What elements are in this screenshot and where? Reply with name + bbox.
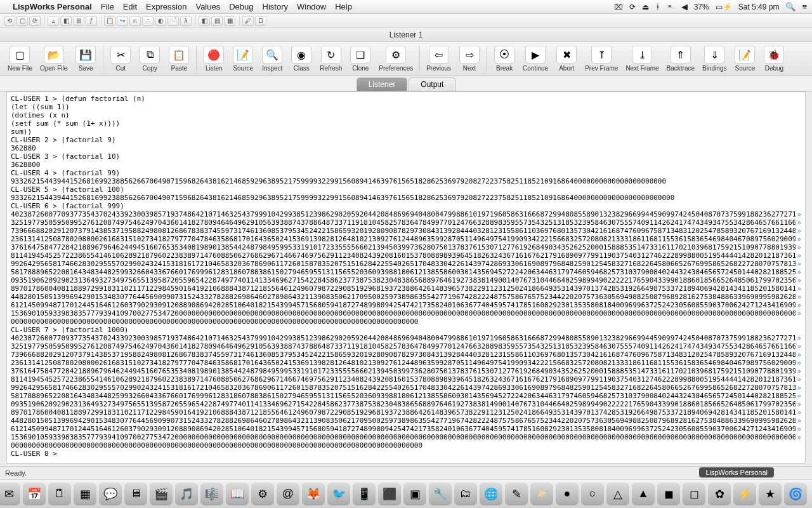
preferences-button[interactable]: ⚙Preferences: [375, 44, 417, 73]
sicon-9[interactable]: ↪: [117, 16, 128, 26]
dock-item-28[interactable]: ◼: [657, 483, 680, 505]
menu-file[interactable]: File: [101, 2, 114, 11]
notification-center-icon[interactable]: ≡: [802, 2, 807, 11]
refresh-button[interactable]: ↻Refresh: [316, 44, 346, 73]
dock-item-25[interactable]: ○: [581, 483, 604, 505]
next-button[interactable]: ⇨Next: [455, 44, 484, 73]
battery-icon[interactable]: ▭⚡: [716, 3, 732, 11]
continue-button[interactable]: ▶Continue: [519, 44, 552, 73]
dock-item-4[interactable]: 🗒: [48, 483, 71, 505]
dock-item-9[interactable]: 🎵: [175, 483, 198, 505]
battery-text[interactable]: 37%: [694, 3, 709, 11]
new-file-button[interactable]: ▢New File: [4, 44, 36, 73]
break-button[interactable]: ⦿Break: [490, 44, 519, 73]
spotlight-icon[interactable]: 🔍: [785, 2, 796, 11]
dock-item-6[interactable]: 💬: [99, 483, 122, 505]
sicon-1[interactable]: ⟲: [4, 16, 15, 26]
dock-item-12[interactable]: ⚙: [251, 483, 274, 505]
next-frame-button[interactable]: ⤓Next Frame: [622, 44, 662, 73]
wifi-icon[interactable]: ᯤ: [667, 2, 675, 11]
source-button[interactable]: 📝Source: [228, 44, 258, 73]
sicon-17[interactable]: ▦: [224, 16, 235, 26]
sicon-14[interactable]: λ: [180, 16, 192, 26]
sicon-11[interactable]: ∴: [142, 16, 154, 26]
class-label: Class: [294, 65, 310, 72]
dock-item-29[interactable]: ◻: [683, 483, 705, 505]
listener-text[interactable]: CL-USER 1 > (defun factorial (n) (let ((…: [7, 92, 805, 463]
backtrace-button[interactable]: ⇑Backtrace: [663, 44, 698, 73]
sicon-15[interactable]: ◧: [199, 16, 210, 26]
clone-button[interactable]: ❏Clone: [346, 44, 375, 73]
dock-item-16[interactable]: 📱: [353, 483, 376, 505]
dock-item-18[interactable]: ▣: [403, 483, 426, 505]
listener-line: CL-USER 8 >: [11, 450, 801, 458]
previous-button[interactable]: ⇦Previous: [422, 44, 455, 73]
dock-item-20[interactable]: 🗂: [454, 483, 477, 505]
listen-button[interactable]: 🔴Listen: [199, 44, 228, 73]
dock-item-17[interactable]: ⬛: [378, 483, 401, 505]
dock-item-15[interactable]: 🐦: [327, 483, 350, 505]
dock-item-31[interactable]: ⚡: [733, 483, 756, 505]
sicon-6[interactable]: ⊞: [73, 16, 84, 26]
sicon-13[interactable]: 📄: [167, 16, 179, 26]
dock-item-30[interactable]: ✿: [708, 483, 731, 505]
inspect-button[interactable]: 🔍Inspect: [258, 44, 287, 73]
sicon-2[interactable]: ▢: [16, 16, 28, 26]
source2-button[interactable]: 📝Source: [730, 44, 759, 73]
dock-item-7[interactable]: 🖥: [124, 483, 147, 505]
menu-debug[interactable]: Debug: [229, 2, 253, 11]
sicon-10[interactable]: ⎌: [129, 16, 141, 26]
dock-item-23[interactable]: 🪐: [530, 483, 553, 505]
dock-item-3[interactable]: 📅: [23, 483, 46, 505]
sicon-19[interactable]: 🗒: [255, 16, 266, 26]
menu-edit[interactable]: Edit: [123, 2, 137, 11]
sicon-8[interactable]: 📋: [104, 16, 115, 26]
sicon-3[interactable]: ⟳: [29, 16, 41, 26]
menu-expression[interactable]: Expression: [146, 2, 187, 11]
dock-item-2[interactable]: ✉: [0, 483, 20, 505]
sicon-5[interactable]: ◧: [60, 16, 72, 26]
dock-item-32[interactable]: ★: [759, 483, 782, 505]
menu-values[interactable]: Values: [195, 2, 220, 11]
dock-item-13[interactable]: @: [277, 483, 299, 505]
dock-item-8[interactable]: 🎬: [150, 483, 173, 505]
dock-item-33[interactable]: 🌀: [784, 483, 807, 505]
clock[interactable]: Sat 5:49 pm: [738, 3, 780, 11]
menu-history[interactable]: History: [263, 2, 288, 11]
copy-button[interactable]: ⧉Copy: [135, 44, 164, 73]
bindings-button[interactable]: ⇓Bindings: [698, 44, 730, 73]
bluetooth-icon[interactable]: ᚼ: [655, 2, 660, 11]
sicon-12[interactable]: ◐: [155, 16, 166, 26]
dock-item-11[interactable]: 📖: [226, 483, 249, 505]
dock-item-27[interactable]: ▲: [632, 483, 655, 505]
tab-output[interactable]: Output: [409, 77, 455, 91]
sicon-16[interactable]: ▤: [211, 16, 223, 26]
app-name[interactable]: LispWorks Personal: [13, 2, 92, 11]
dock-item-26[interactable]: △: [606, 483, 629, 505]
menu-window[interactable]: Window: [297, 2, 326, 11]
dock-item-21[interactable]: 🌐: [480, 483, 502, 505]
dropbox-icon[interactable]: ⌧: [614, 3, 623, 11]
sicon-7[interactable]: ƒ: [86, 16, 97, 26]
class-button[interactable]: ◉Class: [287, 44, 316, 73]
sync-icon[interactable]: ⟳: [629, 3, 636, 11]
dock-item-24[interactable]: ●: [556, 483, 579, 505]
dock-item-5[interactable]: ▦: [74, 483, 96, 505]
sicon-18[interactable]: 🖊: [242, 16, 254, 26]
save-button[interactable]: 💾Save: [71, 44, 100, 73]
sicon-4[interactable]: ▵: [48, 16, 59, 26]
abort-button[interactable]: ✖Abort: [552, 44, 581, 73]
dock-item-22[interactable]: ✎: [505, 483, 528, 505]
menu-help[interactable]: Help: [335, 2, 352, 11]
debug-button[interactable]: 🐞Debug: [759, 44, 789, 73]
volume-icon[interactable]: ◀: [681, 2, 688, 11]
eject-icon[interactable]: ⏏: [642, 3, 649, 11]
open-file-button[interactable]: 📂Open File: [36, 44, 71, 73]
dock-item-14[interactable]: 🦊: [302, 483, 325, 505]
dock-item-19[interactable]: 🔧: [429, 483, 452, 505]
cut-button[interactable]: ✂Cut: [106, 44, 135, 73]
prev-frame-button[interactable]: ⤒Prev Frame: [581, 44, 622, 73]
tab-listener[interactable]: Listener: [357, 77, 408, 91]
paste-button[interactable]: 📋Paste: [164, 44, 193, 73]
dock-item-10[interactable]: 🎼: [200, 483, 223, 505]
